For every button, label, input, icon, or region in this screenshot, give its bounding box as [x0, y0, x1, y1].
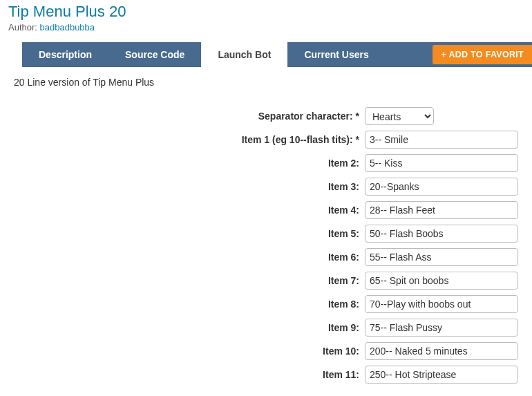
item-input[interactable]	[365, 154, 518, 172]
item-row: Item 10:	[14, 342, 525, 360]
tab-description[interactable]: Description	[22, 42, 108, 67]
add-to-favorites-button[interactable]: + ADD TO FAVORIT	[433, 45, 532, 64]
item-label: Item 11:	[14, 369, 365, 380]
tab-source-code[interactable]: Source Code	[108, 42, 201, 67]
item-input[interactable]	[365, 248, 518, 266]
item-row: Item 8:	[14, 295, 525, 313]
item-label: Item 2:	[14, 158, 365, 169]
author-link[interactable]: badbadbubba	[40, 22, 95, 32]
item-input[interactable]	[365, 225, 518, 243]
item-row: Item 7:	[14, 272, 525, 290]
item-row: Item 3:	[14, 178, 525, 196]
item-row: Item 9:	[14, 319, 525, 337]
item-row: Item 11:	[14, 366, 525, 384]
item-input[interactable]	[365, 272, 518, 290]
item-label: Item 10:	[14, 346, 365, 357]
item-label: Item 3:	[14, 181, 365, 192]
item-input[interactable]	[365, 178, 518, 196]
item-row: Item 6:	[14, 248, 525, 266]
item-label: Item 9:	[14, 322, 365, 333]
separator-select[interactable]: Hearts	[365, 107, 434, 125]
author-label: Author:	[8, 22, 40, 32]
description-text: 20 Line version of Tip Menu Plus	[14, 77, 525, 88]
item-label: Item 7:	[14, 275, 365, 286]
item-label: Item 5:	[14, 228, 365, 239]
tab-launch-bot[interactable]: Launch Bot	[201, 42, 287, 67]
item-input[interactable]	[365, 319, 518, 337]
item-label: Item 1 (eg 10--flash tits): *	[14, 134, 365, 145]
separator-row: Separator character: * Hearts	[14, 107, 525, 125]
item-input[interactable]	[365, 295, 518, 313]
author-line: Author: badbadbubba	[0, 22, 532, 42]
tab-current-users[interactable]: Current Users	[287, 42, 385, 67]
tab-bar: Description Source Code Launch Bot Curre…	[22, 42, 532, 67]
item-input[interactable]	[365, 366, 518, 384]
item-row: Item 1 (eg 10--flash tits): *	[14, 131, 525, 149]
item-row: Item 2:	[14, 154, 525, 172]
separator-label: Separator character: *	[14, 111, 365, 122]
item-input[interactable]	[365, 131, 518, 149]
item-input[interactable]	[365, 342, 518, 360]
page-title: Tip Menu Plus 20	[0, 0, 532, 22]
item-label: Item 4:	[14, 205, 365, 216]
content-panel: 20 Line version of Tip Menu Plus Separat…	[0, 67, 532, 396]
item-input[interactable]	[365, 201, 518, 219]
item-row: Item 4:	[14, 201, 525, 219]
item-label: Item 8:	[14, 299, 365, 310]
item-label: Item 6:	[14, 252, 365, 263]
item-row: Item 5:	[14, 225, 525, 243]
